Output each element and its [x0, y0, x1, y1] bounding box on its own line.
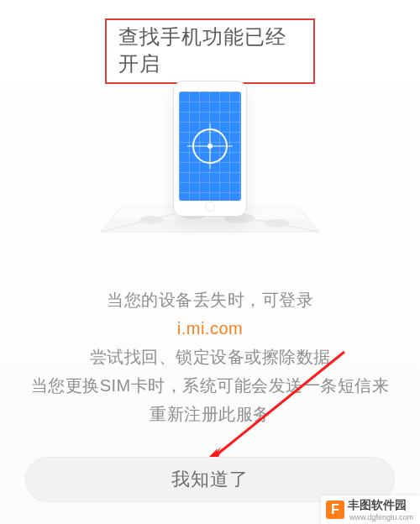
locator-ring-icon	[192, 128, 228, 164]
phone-home-button-icon	[205, 202, 215, 212]
phone-screen	[179, 92, 241, 201]
info-url: i.mi.com	[25, 314, 395, 343]
svg-point-5	[265, 219, 289, 228]
title-highlight-box: 查找手机功能已经开启	[105, 18, 315, 84]
info-line-2: 尝试找回、锁定设备或擦除数据	[90, 348, 331, 366]
illustration	[101, 81, 319, 249]
info-line-3: 当您更换SIM卡时，系统可能会发送一条短信来重新注册此服务	[31, 376, 390, 423]
info-line-1: 当您的设备丢失时，可登录	[107, 291, 313, 309]
page-title: 查找手机功能已经开启	[118, 25, 286, 75]
info-text: 当您的设备丢失时，可登录 i.mi.com 尝试找回、锁定设备或擦除数据 当您更…	[25, 286, 395, 428]
phone-icon	[173, 81, 247, 217]
watermark-logo-icon: F	[326, 500, 344, 519]
watermark-site: www.dgfengtu.com	[349, 513, 413, 521]
watermark-name: 丰图软件园	[348, 498, 413, 513]
svg-point-2	[139, 216, 163, 224]
watermark: F 丰图软件园 www.dgfengtu.com	[321, 495, 420, 524]
screen: 查找手机功能已经开启 当您的设备丢失时，可登录 i.mi.com 尝	[0, 0, 420, 524]
